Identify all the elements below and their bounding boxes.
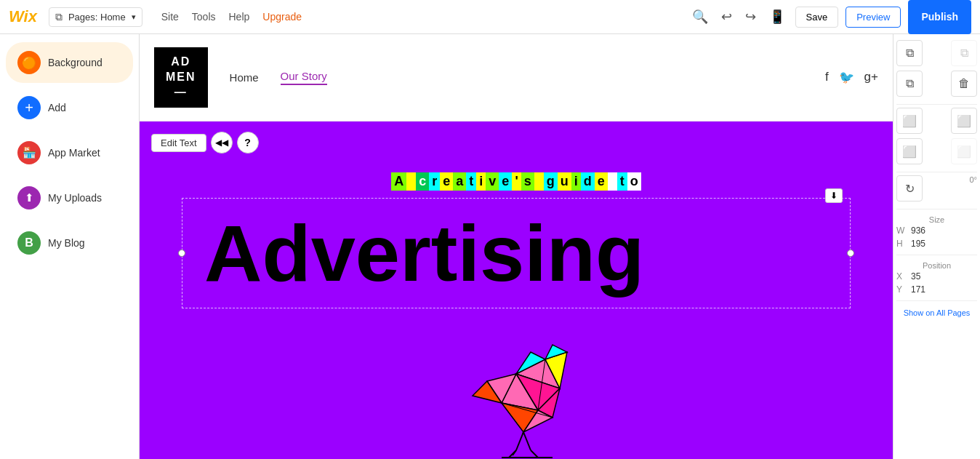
my-uploads-icon: ⬆ xyxy=(17,186,41,209)
height-value: 195 xyxy=(911,239,925,249)
y-value: 171 xyxy=(911,284,925,295)
help-button[interactable]: ? xyxy=(237,132,259,153)
bird-svg xyxy=(443,323,589,459)
rp-align-row1: ⬜ ⬜ xyxy=(896,108,977,134)
headline-char-space3 xyxy=(608,172,617,191)
google-plus-icon[interactable]: g+ xyxy=(864,70,878,85)
nav-tools[interactable]: Tools xyxy=(192,11,216,23)
headline-char-e3: e xyxy=(595,172,608,191)
x-value: 35 xyxy=(911,271,920,282)
left-sidebar: 🟠 Background + Add 🏪 App Market ⬆ My Upl… xyxy=(0,34,140,459)
headline-char-g: g xyxy=(544,172,558,191)
rp-divider1 xyxy=(896,104,977,105)
mobile-icon[interactable]: 📱 xyxy=(766,6,788,28)
sidebar-item-background[interactable]: 🟠 Background xyxy=(6,42,133,83)
headline-char-space xyxy=(406,172,416,191)
topbar-nav: Site Tools Help Upgrade xyxy=(161,11,302,23)
svg-line-11 xyxy=(516,432,523,450)
duplicate-icon[interactable]: ⧉ xyxy=(896,71,923,97)
headline-char-i2: i xyxy=(571,172,581,191)
size-label: Size xyxy=(896,215,977,224)
sidebar-item-my-blog[interactable]: B My Blog xyxy=(6,223,133,263)
nav-our-story[interactable]: Our Story xyxy=(281,70,327,85)
sidebar-label-my-uploads: My Uploads xyxy=(48,192,102,204)
headline-char-a2: a xyxy=(453,172,466,191)
rp-rotate-row: ↻ 0° xyxy=(896,175,977,201)
text-toolbar: Edit Text ◀◀ ? xyxy=(151,132,259,153)
canvas-area: AD MEN — Home Our Story f 🐦 g+ Edit Text… xyxy=(140,34,893,459)
position-label: Position xyxy=(896,261,977,270)
search-icon[interactable]: 🔍 xyxy=(689,6,711,28)
back-button[interactable]: ◀◀ xyxy=(211,132,233,153)
x-label: X xyxy=(896,271,908,282)
delete-icon[interactable]: 🗑 xyxy=(951,71,977,97)
my-blog-icon: B xyxy=(17,231,41,255)
topbar-right: 🔍 ↩ ↪ 📱 Save Preview Publish xyxy=(689,0,971,34)
app-market-icon: 🏪 xyxy=(17,141,41,164)
save-button[interactable]: Save xyxy=(795,7,839,28)
svg-line-12 xyxy=(523,432,531,450)
undo-icon[interactable]: ↩ xyxy=(718,6,735,28)
wix-logo: Wix xyxy=(9,7,37,26)
main-layout: 🟠 Background + Add 🏪 App Market ⬆ My Upl… xyxy=(0,34,980,459)
headline-char-v: v xyxy=(486,172,499,191)
rp-divider3 xyxy=(896,209,977,209)
align-left-icon[interactable]: ⬜ xyxy=(896,108,923,134)
bird-container[interactable] xyxy=(443,323,589,459)
y-label: Y xyxy=(896,284,908,295)
sidebar-item-app-market[interactable]: 🏪 App Market xyxy=(6,132,133,173)
size-width-row: W 936 xyxy=(896,225,977,236)
headline-char-i: i xyxy=(476,172,486,191)
resize-handle-right[interactable] xyxy=(847,250,854,257)
show-on-all-pages-link[interactable]: Show on All Pages xyxy=(896,308,977,317)
width-label: W xyxy=(896,225,908,236)
redo-icon[interactable]: ↪ xyxy=(742,6,759,28)
headline-char-c: c xyxy=(416,172,429,191)
facebook-icon[interactable]: f xyxy=(825,70,829,85)
sidebar-item-add[interactable]: + Add xyxy=(6,87,133,128)
position-x-row: X 35 xyxy=(896,271,977,282)
headline-char-space2 xyxy=(534,172,544,191)
preview-button[interactable]: Preview xyxy=(846,7,901,28)
rp-divider5 xyxy=(896,300,977,301)
width-value: 936 xyxy=(911,225,925,236)
pages-button[interactable]: ⧉ Pages: Home ▾ xyxy=(49,7,142,27)
nav-home[interactable]: Home xyxy=(230,71,259,84)
big-text-box[interactable]: ⬇ Advertising xyxy=(182,198,851,308)
sidebar-label-app-market: App Market xyxy=(48,147,100,159)
twitter-icon[interactable]: 🐦 xyxy=(839,70,854,85)
headline-char-e1: e xyxy=(440,172,453,191)
download-handle[interactable]: ⬇ xyxy=(825,188,843,203)
resize-handle-left[interactable] xyxy=(178,250,185,257)
position-y-row: Y 171 xyxy=(896,284,977,295)
publish-button[interactable]: Publish xyxy=(908,0,971,34)
nav-help[interactable]: Help xyxy=(229,11,250,23)
site-social: f 🐦 g+ xyxy=(825,70,878,85)
edit-text-button[interactable]: Edit Text xyxy=(151,134,206,152)
size-height-row: H 195 xyxy=(896,239,977,249)
rp-icons-row1: ⧉ ⧉ xyxy=(896,40,977,66)
pages-icon: ⧉ xyxy=(55,11,63,23)
align-top-icon[interactable]: ⬜ xyxy=(896,138,923,164)
align-right-icon[interactable]: ⬜ xyxy=(951,108,977,134)
headline-char-s: s xyxy=(521,172,534,191)
rotate-icon[interactable]: ↻ xyxy=(896,175,923,201)
chevron-down-icon: ▾ xyxy=(132,12,136,22)
nav-site[interactable]: Site xyxy=(161,11,179,23)
site-logo: AD MEN — xyxy=(154,47,208,107)
headline-char-t2: t xyxy=(617,172,627,191)
layers-icon[interactable]: ⧉ xyxy=(896,40,923,66)
headline-char-u: u xyxy=(558,172,571,191)
svg-line-15 xyxy=(531,450,538,458)
headline-char-apos: ' xyxy=(512,172,521,191)
align-bottom-icon: ⬜ xyxy=(951,138,977,164)
nav-upgrade[interactable]: Upgrade xyxy=(262,11,302,23)
headline-char-e2: e xyxy=(499,172,512,191)
rp-icons-row2: ⧉ 🗑 xyxy=(896,71,977,97)
pages-label: Pages: Home xyxy=(68,12,126,23)
headline-char-o: o xyxy=(627,172,641,191)
right-panel: ⧉ ⧉ ⧉ 🗑 ⬜ ⬜ ⬜ ⬜ ↻ 0° Size W 936 xyxy=(893,34,980,459)
sidebar-item-my-uploads[interactable]: ⬆ My Uploads xyxy=(6,177,133,218)
topbar: Wix ⧉ Pages: Home ▾ Site Tools Help Upgr… xyxy=(0,0,980,34)
height-label: H xyxy=(896,239,908,249)
